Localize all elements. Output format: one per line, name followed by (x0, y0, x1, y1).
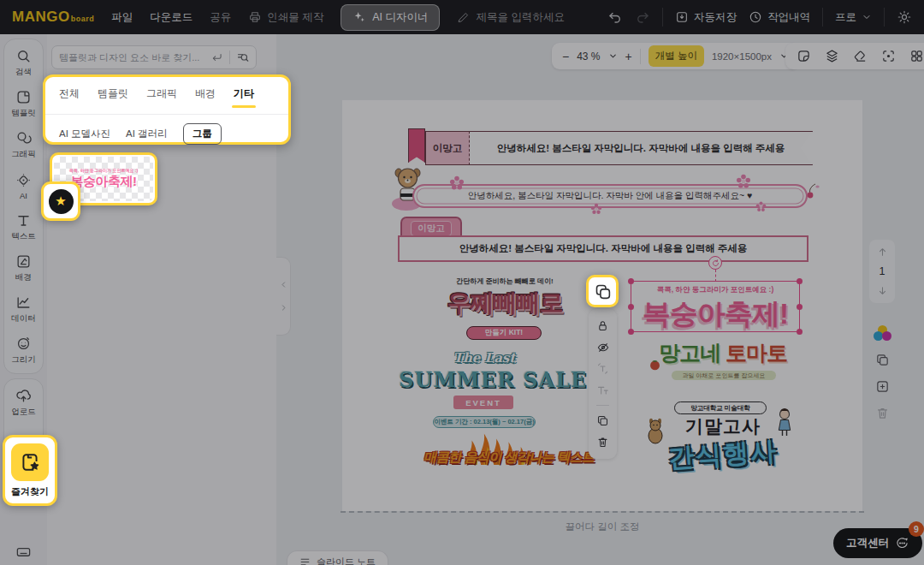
sidebar-item-favorites[interactable]: 즐겨찾기 (3, 435, 57, 506)
tab-etc[interactable]: 기타 (234, 86, 254, 107)
advanced-search-icon[interactable] (236, 51, 249, 64)
cherry-accent (807, 182, 820, 199)
sidebar-item-shortcuts[interactable] (0, 538, 47, 565)
support-button[interactable]: 9 고객센터 (833, 528, 922, 558)
apps-grid-icon[interactable] (909, 49, 924, 63)
zoom-chevron-icon[interactable] (608, 51, 618, 61)
sidebar-item-ai[interactable]: AI (4, 165, 43, 206)
search-icon (15, 48, 32, 64)
panel-collapse-handle[interactable] (276, 257, 291, 336)
exam-subtitle: 간식행사 (649, 432, 797, 478)
snap-guide-icon[interactable] (881, 49, 896, 63)
doc-title-input[interactable]: 제목을 입력하세요 (457, 10, 564, 25)
artboard-resize-edge[interactable] (341, 511, 864, 513)
summer-event-ribbon: EVENT (453, 396, 513, 409)
tab-graphic[interactable]: 그래픽 (146, 86, 177, 107)
selection-handle[interactable] (628, 329, 634, 335)
text-frame-icon[interactable] (589, 358, 617, 379)
mango-logo[interactable]: MANGOboard (12, 9, 94, 26)
sparkle-icon (352, 10, 366, 24)
selection-handle[interactable] (628, 304, 634, 310)
sidebar-item-upload[interactable]: 업로드 (4, 382, 43, 423)
tab-template[interactable]: 템플릿 (98, 86, 128, 107)
copy-to-favorites-button[interactable] (586, 275, 619, 307)
template-summer-sale[interactable]: The Last SUMMER SALE EVENT 이벤트 기간 : 02.1… (399, 350, 570, 431)
sidebar-item-draw[interactable]: 그리기 (4, 330, 43, 371)
favorite-icon (11, 443, 49, 481)
lock-icon[interactable] (589, 315, 617, 336)
pencil-icon (457, 11, 470, 24)
page-up-icon[interactable] (877, 247, 888, 258)
sidebar-item-graphic[interactable]: 그래픽 (4, 124, 43, 165)
rotate-handle[interactable] (708, 256, 722, 270)
sidebar-item-background[interactable]: 배경 (4, 247, 43, 288)
search-return-icon[interactable] (211, 51, 223, 63)
text-size-icon[interactable] (589, 379, 617, 401)
logo-main: MANGO (12, 9, 70, 26)
delete-icon[interactable] (589, 431, 617, 453)
page-down-icon[interactable] (877, 285, 888, 296)
subtab-ai-model[interactable]: AI 모델사진 (59, 128, 110, 140)
duplicate-page-icon[interactable] (875, 353, 890, 367)
subtab-ai-gallery[interactable]: AI 갤러리 (126, 128, 168, 140)
sidebar-item-search[interactable]: 검색 (4, 42, 43, 83)
menu-download[interactable]: 다운로드 (150, 10, 192, 25)
undo-icon[interactable] (607, 9, 623, 25)
eraser-icon[interactable] (853, 49, 868, 63)
template-ribbon-banner[interactable]: 이망고 안녕하세요! 봄스타일 자막입니다. 자막바에 내용을 입력해 주세용 (408, 131, 813, 165)
zoom-level[interactable]: 43 % (577, 51, 600, 62)
selection-handle[interactable] (797, 304, 803, 310)
draw-icon (15, 336, 32, 352)
sidebar-item-template[interactable]: 템플릿 (4, 83, 43, 124)
template-tomato[interactable]: 망고네 토마토 과일 야채로 포인트를 잡으세요 (642, 339, 804, 386)
tomato-title: 망고네 토마토 (642, 339, 804, 367)
tab-all[interactable]: 전체 (59, 86, 80, 107)
slide-note-tab[interactable]: 슬라이드 노트 (287, 550, 388, 565)
duplicate-icon[interactable] (589, 410, 617, 431)
zoom-out-button[interactable]: − (562, 50, 569, 63)
zoom-toolbar: − 43 % + 개별 높이 1920×1500px (552, 43, 799, 69)
sticker-icon[interactable] (797, 49, 811, 63)
template-spicy-text[interactable]: 매콤한 음식이 생각나는 텍스트 (406, 431, 612, 475)
tomato-icon (649, 358, 661, 371)
delete-page-icon[interactable] (875, 406, 890, 420)
topbar: MANGOboard 파일 다운로드 공유 인쇄물 제작 AI 디자이너 제목을… (0, 0, 924, 34)
menu-file[interactable]: 파일 (111, 10, 133, 25)
sidebar-item-text[interactable]: 텍스트 (4, 206, 43, 247)
template-folder-banner[interactable]: 이망고 안녕하세요! 봄스타일 자막입니다. 자막바에 내용을 입력해 주세용 (398, 217, 808, 262)
tab-background[interactable]: 배경 (195, 86, 216, 107)
ai-designer-button[interactable]: AI 디자이너 (341, 4, 440, 31)
hide-eye-off-icon[interactable] (589, 336, 617, 358)
search-box[interactable] (51, 45, 257, 69)
template-peach-selected[interactable]: 콕콕, 하얀 동그라미가 포인트예요 :) 복숭아축제! (631, 281, 800, 332)
page-palette-icon[interactable] (874, 325, 891, 341)
redo-icon[interactable] (635, 9, 650, 25)
autosave-button[interactable]: 자동저장 (675, 10, 737, 25)
add-page-icon[interactable] (875, 379, 890, 394)
page-navigator: 1 (869, 240, 895, 303)
subtab-group[interactable]: 그룹 (183, 123, 222, 145)
zoom-in-button[interactable]: + (625, 50, 632, 63)
menu-print[interactable]: 인쇄물 제작 (248, 10, 323, 25)
individual-height-badge[interactable]: 개별 높이 (649, 45, 704, 67)
layers-icon[interactable] (825, 49, 839, 63)
history-button[interactable]: 작업내역 (749, 10, 810, 25)
divider (662, 8, 663, 27)
upload-icon (15, 388, 32, 404)
template-dog-banner[interactable]: 안녕하세요, 봄스타일 자막입니다. 자막바 안에 내용을 입력해주세요~ ♥ (389, 165, 817, 213)
search-input[interactable] (59, 52, 211, 62)
menu-share[interactable]: 공유 (210, 10, 231, 25)
selection-handle[interactable] (797, 329, 803, 335)
sidebar-item-data[interactable]: 데이터 (4, 288, 43, 330)
thumbnail-title: 복숭아축제! (71, 174, 137, 190)
settings-gear-icon[interactable] (897, 9, 912, 25)
template-pepero[interactable]: 간단하게 준비하는 빼빼로 데이! 우쪠빼빼로 만들기 KIT! (419, 277, 590, 341)
doc-size-label[interactable]: 1920×1500px (712, 51, 772, 62)
template-exam-event[interactable]: 망고대학교 미술대학 기말고사 간식행사 (646, 401, 800, 487)
banner-tag: 이망고 (425, 131, 470, 165)
selection-handle[interactable] (797, 278, 803, 284)
favorite-star-badge[interactable]: ★ (41, 181, 80, 221)
selection-handle[interactable] (628, 278, 634, 284)
plan-menu[interactable]: 프로 (835, 10, 872, 25)
divider (822, 8, 823, 27)
